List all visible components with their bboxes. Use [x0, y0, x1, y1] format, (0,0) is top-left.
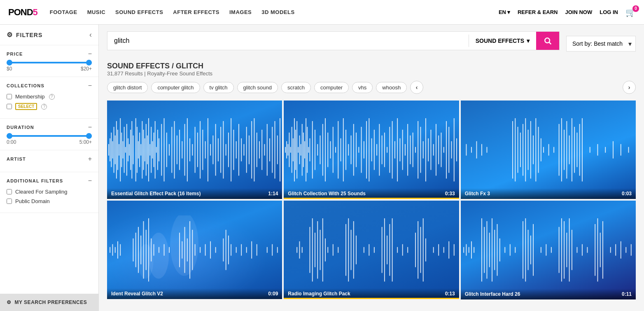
- svg-rect-113: [325, 118, 326, 181]
- join-now-button[interactable]: JOIN NOW: [565, 9, 592, 15]
- cleared-sampling-checkbox-item[interactable]: Cleared For Sampling: [7, 189, 92, 195]
- card-waveform-6: [461, 201, 636, 299]
- svg-rect-233: [226, 230, 226, 270]
- svg-rect-257: [345, 224, 346, 276]
- svg-rect-59: [208, 118, 208, 181]
- nav-3d-models[interactable]: 3D MODELS: [261, 9, 294, 15]
- additional-section-header[interactable]: ADDITIONAL FILTERS −: [7, 177, 92, 185]
- duration-slider-thumb-max[interactable]: [86, 133, 92, 139]
- card-duration-6: 0:11: [622, 291, 632, 297]
- svg-rect-72: [241, 138, 242, 161]
- svg-rect-3: [110, 138, 110, 161]
- svg-rect-321: [615, 244, 616, 256]
- search-submit-button[interactable]: [536, 32, 559, 50]
- duration-section-header[interactable]: DURATION −: [7, 124, 92, 131]
- tags-next-button[interactable]: ›: [623, 81, 636, 94]
- result-card-6[interactable]: Glitch Interface Hard 26 0:11: [461, 201, 636, 299]
- tag-tv-glitch[interactable]: tv glitch: [203, 82, 234, 93]
- refer-earn-button[interactable]: REFER & EARN: [518, 9, 558, 15]
- svg-rect-116: [333, 127, 334, 173]
- svg-rect-157: [439, 136, 439, 164]
- duration-slider-track: [7, 135, 92, 137]
- breadcrumb-separator: /: [172, 62, 176, 70]
- filter-icon: ⚙: [7, 31, 13, 39]
- membership-checkbox[interactable]: [7, 94, 12, 99]
- tags-prev-button[interactable]: ‹: [410, 81, 423, 94]
- search-input[interactable]: [107, 32, 469, 49]
- tag-glitch-distort[interactable]: glitch distort: [107, 82, 148, 93]
- svg-rect-312: [572, 230, 572, 270]
- collections-section-header[interactable]: COLLECTIONS −: [7, 82, 92, 89]
- nav-music[interactable]: MUSIC: [87, 9, 105, 15]
- tag-computer-glitch[interactable]: computer glitch: [151, 82, 200, 93]
- svg-rect-159: [443, 147, 444, 153]
- result-card-2[interactable]: Glitch Collection With 25 Sounds 0:33: [284, 101, 459, 199]
- card-waveform-2: [284, 101, 459, 199]
- svg-rect-83: [269, 138, 270, 161]
- tag-vhs[interactable]: vhs: [352, 82, 373, 93]
- result-card-1[interactable]: Essential Glitch Effect Pack (16 Items) …: [107, 101, 282, 199]
- svg-rect-158: [441, 133, 442, 167]
- svg-rect-255: [333, 244, 334, 256]
- result-card-5[interactable]: Radio Imaging Glitch Pack 0:13: [284, 201, 459, 299]
- svg-rect-313: [576, 247, 577, 253]
- search-category-label: SOUND EFFECTS: [476, 37, 524, 44]
- artist-section-header[interactable]: ARTIST +: [7, 155, 92, 163]
- svg-rect-281: [449, 241, 450, 259]
- nav-sound-effects[interactable]: SOUND EFFECTS: [115, 9, 163, 15]
- duration-slider-thumb-min[interactable]: [7, 133, 12, 139]
- nav-after-effects[interactable]: AFTER EFFECTS: [173, 9, 219, 15]
- language-button[interactable]: EN ▾: [499, 9, 510, 15]
- svg-rect-115: [330, 141, 331, 159]
- svg-rect-181: [541, 138, 541, 161]
- select-checkbox-item[interactable]: SELECT ?: [7, 103, 92, 110]
- sidebar-collapse-button[interactable]: ‹: [89, 30, 92, 39]
- cart-button[interactable]: 🛒 0: [625, 7, 636, 17]
- tag-computer[interactable]: computer: [314, 82, 349, 93]
- price-slider-thumb-max[interactable]: [86, 60, 92, 65]
- tag-whoosh[interactable]: whoosh: [376, 82, 407, 93]
- svg-rect-311: [569, 218, 569, 282]
- nav-images[interactable]: IMAGES: [229, 9, 252, 15]
- main-nav: FOOTAGE MUSIC SOUND EFFECTS AFTER EFFECT…: [50, 9, 499, 15]
- tag-scratch[interactable]: scratch: [281, 82, 311, 93]
- tags-container: glitch distort computer glitch tv glitch…: [107, 81, 636, 94]
- svg-rect-38: [156, 147, 157, 153]
- svg-rect-240: [257, 244, 257, 256]
- result-card-4[interactable]: Ident Reveal Glitch V2 0:09: [107, 201, 282, 299]
- sort-select[interactable]: Sort by: Best match Most recent Most pop…: [566, 36, 636, 51]
- search-category-button[interactable]: SOUND EFFECTS ▾: [469, 37, 536, 44]
- membership-checkbox-item[interactable]: Membership ?: [7, 94, 92, 100]
- logo[interactable]: POND5: [8, 7, 37, 18]
- result-card-3[interactable]: Glitch Fx 3 0:03: [461, 101, 636, 199]
- svg-rect-284: [466, 244, 467, 256]
- svg-rect-168: [481, 144, 482, 156]
- select-help-icon[interactable]: ?: [41, 104, 47, 110]
- public-domain-checkbox-item[interactable]: Public Domain: [7, 198, 92, 204]
- svg-rect-282: [454, 244, 455, 256]
- cleared-sampling-checkbox[interactable]: [7, 189, 12, 194]
- svg-rect-48: [179, 130, 180, 170]
- svg-rect-65: [223, 121, 224, 179]
- svg-rect-262: [364, 247, 364, 253]
- chevron-down-icon: ▾: [527, 37, 530, 44]
- tag-glitch-sound[interactable]: glitch sound: [237, 82, 278, 93]
- svg-rect-150: [420, 127, 421, 173]
- svg-rect-224: [187, 239, 188, 262]
- nav-footage[interactable]: FOOTAGE: [50, 9, 77, 15]
- price-section-header[interactable]: PRICE −: [7, 50, 92, 58]
- svg-rect-25: [139, 133, 140, 167]
- card-waveform-3: [461, 101, 636, 199]
- select-checkbox[interactable]: [7, 104, 12, 109]
- login-button[interactable]: LOG IN: [600, 9, 618, 15]
- card-info-1: Essential Glitch Effect Pack (16 Items) …: [107, 188, 282, 199]
- public-domain-checkbox[interactable]: [7, 199, 12, 204]
- breadcrumb-section[interactable]: SOUND EFFECTS: [107, 62, 170, 70]
- duration-slider-fill: [7, 135, 92, 137]
- svg-rect-218: [159, 247, 159, 253]
- search-preferences-button[interactable]: ⚙ MY SEARCH PREFERENCES: [0, 294, 98, 311]
- price-slider-thumb-min[interactable]: [7, 60, 12, 65]
- membership-label: Membership: [15, 94, 45, 100]
- membership-help-icon[interactable]: ?: [49, 94, 55, 100]
- svg-rect-266: [384, 218, 385, 281]
